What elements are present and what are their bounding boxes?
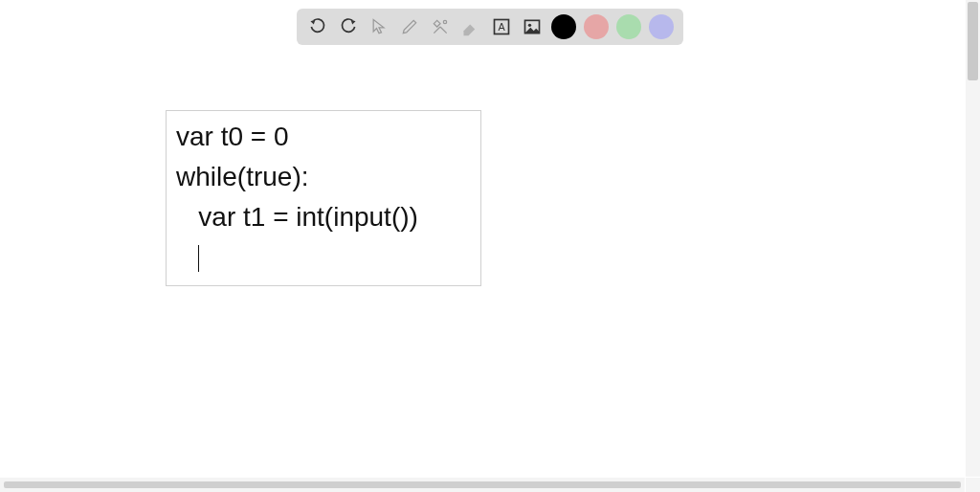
- code-line: while(true):: [176, 162, 308, 191]
- vertical-scrollbar-thumb[interactable]: [968, 2, 978, 80]
- color-purple[interactable]: [649, 14, 674, 39]
- horizontal-scrollbar[interactable]: [0, 478, 965, 492]
- image-button[interactable]: [521, 15, 544, 38]
- code-line: [176, 242, 198, 272]
- color-pink[interactable]: [584, 14, 609, 39]
- code-line: var t0 = 0: [176, 122, 289, 151]
- text-editor[interactable]: var t0 = 0 while(true): var t1 = int(inp…: [166, 110, 481, 286]
- vertical-scrollbar[interactable]: [966, 0, 980, 477]
- undo-button[interactable]: [306, 15, 329, 38]
- pen-button[interactable]: [398, 15, 421, 38]
- code-line: var t1 = int(input()): [176, 202, 418, 232]
- eraser-button[interactable]: [459, 15, 482, 38]
- scrollbar-corner: [966, 478, 980, 492]
- pointer-button[interactable]: [368, 15, 390, 38]
- image-icon: [523, 17, 542, 36]
- pen-icon: [400, 17, 419, 36]
- svg-point-3: [528, 24, 531, 27]
- eraser-icon: [461, 17, 480, 36]
- svg-text:A: A: [498, 21, 505, 33]
- undo-icon: [308, 17, 327, 36]
- redo-button[interactable]: [337, 15, 360, 38]
- color-black[interactable]: [551, 14, 576, 39]
- text-cursor: [198, 245, 199, 272]
- pointer-icon: [369, 17, 389, 36]
- color-green[interactable]: [616, 14, 641, 39]
- toolbar: A: [297, 9, 683, 45]
- tools-button[interactable]: [429, 15, 452, 38]
- redo-icon: [339, 17, 358, 36]
- tools-icon: [431, 17, 450, 36]
- text-button[interactable]: A: [490, 15, 513, 38]
- text-icon: A: [492, 17, 511, 36]
- horizontal-scrollbar-thumb[interactable]: [4, 481, 961, 488]
